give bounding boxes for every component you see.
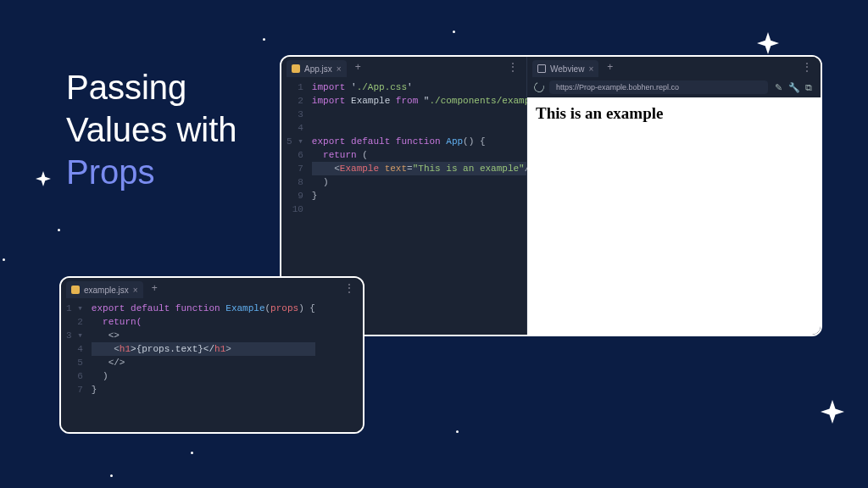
rendered-heading: This is an example [536,104,812,123]
editor-tabbar: example.jsx × + ⋮ [61,278,363,298]
title-line1: Passing [66,69,186,106]
example-panel: example.jsx × + ⋮ 1 ▾ 2 3 ▾ 4 5 6 7 expo… [59,276,364,434]
code-editor[interactable]: 1 ▾ 2 3 ▾ 4 5 6 7 export default functio… [61,298,363,432]
jsx-file-icon [292,64,300,73]
close-icon[interactable]: × [133,286,138,295]
tab-app-jsx[interactable]: App.jsx × [287,60,347,77]
tab-label: Webview [550,64,584,74]
line-gutter: 1 ▾ 2 3 ▾ 4 5 6 7 [61,298,88,432]
tab-menu-button[interactable]: ⋮ [504,61,521,73]
slide-title: Passing Values with Props [66,66,237,193]
webview-column: Webview × + ⋮ ✎ 🔧 ⧉ This is an example [527,57,821,335]
tab-example-jsx[interactable]: example.jsx × [66,281,143,298]
tab-label: example.jsx [84,286,129,295]
jsx-file-icon [71,286,80,294]
title-line3: Props [66,153,155,191]
code-content: export default function Example(props) {… [88,298,322,432]
title-line2: Values with [66,111,237,148]
editor-tabbar: App.jsx × + ⋮ [281,57,526,77]
pencil-icon[interactable]: ✎ [773,82,783,92]
dot-icon [110,474,113,477]
dot-icon [453,30,455,33]
url-input[interactable] [549,80,768,94]
new-tab-button[interactable]: + [604,61,616,73]
close-icon[interactable]: × [588,64,593,74]
sparkle-icon [821,400,844,424]
new-tab-button[interactable]: + [148,282,161,294]
dot-icon [58,229,60,231]
sparkle-icon [757,32,779,54]
sparkle-icon [36,171,51,186]
dot-icon [3,258,5,261]
open-external-icon[interactable]: ⧉ [804,82,814,92]
webview-tabbar: Webview × + ⋮ [527,57,821,77]
url-bar: ✎ 🔧 ⧉ [527,77,821,97]
render-viewport: This is an example [527,97,821,335]
close-icon[interactable]: × [337,64,342,74]
tab-menu-button[interactable]: ⋮ [798,61,815,73]
tab-label: App.jsx [304,64,332,74]
new-tab-button[interactable]: + [352,61,364,73]
tab-webview[interactable]: Webview × [532,60,598,77]
webview-icon [537,64,546,73]
reload-icon[interactable] [532,80,546,94]
tab-menu-button[interactable]: ⋮ [341,282,358,294]
dot-icon [456,430,459,433]
wrench-icon[interactable]: 🔧 [788,82,798,92]
dot-icon [263,38,265,41]
dot-icon [191,452,193,454]
